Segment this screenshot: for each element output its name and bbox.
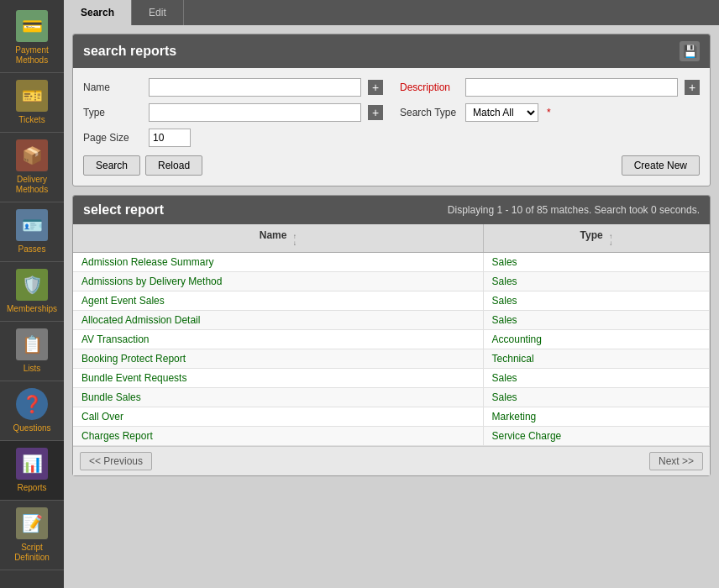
search-type-select[interactable]: Match All Match Any xyxy=(465,103,538,122)
next-button[interactable]: Next >> xyxy=(649,452,703,470)
report-type-link[interactable]: Sales xyxy=(492,372,517,384)
search-reports-panel: search reports 💾 Name + Type xyxy=(72,34,711,186)
sidebar-item-lists[interactable]: Lists xyxy=(0,322,64,381)
sidebar-item-script-definition[interactable]: ScriptDefinition xyxy=(0,501,64,570)
cell-name[interactable]: Allocated Admission Detail xyxy=(73,311,483,330)
description-plus-button[interactable]: + xyxy=(685,80,700,95)
sidebar-item-payment-methods[interactable]: Payment Methods xyxy=(0,3,64,73)
sidebar-label-delivery-methods: DeliveryMethods xyxy=(16,175,48,195)
cell-name[interactable]: Bundle Event Requests xyxy=(73,369,483,388)
tickets-icon xyxy=(16,80,48,112)
name-sort-arrows[interactable]: ↑↓ xyxy=(293,234,297,247)
table-row: Bundle Event RequestsSales xyxy=(73,369,710,388)
right-form-col: Description + Search Type Match All Matc… xyxy=(400,78,700,147)
name-sort-desc[interactable]: ↓ xyxy=(293,240,297,247)
script-definition-icon xyxy=(16,507,48,539)
type-sort-desc[interactable]: ↓ xyxy=(609,240,612,247)
sidebar-label-tickets: Tickets xyxy=(18,115,45,125)
report-name-link[interactable]: Admissions by Delivery Method xyxy=(81,276,222,287)
report-type-link[interactable]: Accounting xyxy=(492,333,542,345)
form-buttons-row: Search Reload Create New xyxy=(83,155,700,176)
name-plus-button[interactable]: + xyxy=(368,80,383,95)
pagination: << Previous Next >> xyxy=(73,446,710,475)
left-form-col: Name + Type + Page Size xyxy=(83,78,383,147)
cell-type: Technical xyxy=(483,349,709,369)
table-row: Allocated Admission DetailSales xyxy=(73,311,710,330)
search-type-label: Search Type xyxy=(400,107,459,118)
tab-edit[interactable]: Edit xyxy=(132,0,184,25)
report-type-link[interactable]: Marketing xyxy=(492,411,537,423)
report-name-link[interactable]: Booking Protect Report xyxy=(81,353,186,365)
report-type-link[interactable]: Service Charge xyxy=(492,430,562,442)
report-name-link[interactable]: Admission Release Summary xyxy=(81,256,213,268)
table-row: Admission Release SummarySales xyxy=(73,253,710,272)
results-table: Name ↑↓ Type ↑↓ Admission Release Summar… xyxy=(73,224,710,446)
sidebar-label-memberships: Memberships xyxy=(7,304,57,314)
passes-icon xyxy=(16,209,48,241)
cell-name[interactable]: Charges Report xyxy=(73,427,483,446)
cell-name[interactable]: Admission Release Summary xyxy=(73,253,483,272)
cell-type: Accounting xyxy=(483,330,709,349)
report-name-link[interactable]: Agent Event Sales xyxy=(81,295,165,307)
table-row: AV TransactionAccounting xyxy=(73,330,710,349)
report-name-link[interactable]: Allocated Admission Detail xyxy=(81,314,200,326)
name-row: Name + xyxy=(83,78,383,97)
sidebar-label-questions: Questions xyxy=(13,423,50,433)
report-type-link[interactable]: Sales xyxy=(492,276,517,287)
report-name-link[interactable]: Charges Report xyxy=(81,430,153,442)
cell-type: Marketing xyxy=(483,407,709,427)
type-row: Type + xyxy=(83,103,383,122)
page-size-input[interactable] xyxy=(149,129,191,147)
sidebar-label-payment-methods: Payment Methods xyxy=(3,45,60,66)
report-type-link[interactable]: Sales xyxy=(492,391,517,403)
create-new-button[interactable]: Create New xyxy=(622,155,700,176)
reload-button[interactable]: Reload xyxy=(145,155,202,176)
description-input[interactable] xyxy=(465,78,678,97)
panel-save-icon[interactable]: 💾 xyxy=(680,41,700,61)
report-type-link[interactable]: Sales xyxy=(492,256,517,268)
page-size-row: Page Size xyxy=(83,129,383,147)
required-star: * xyxy=(547,107,551,118)
table-header-row: Name ↑↓ Type ↑↓ xyxy=(73,224,710,253)
cell-name[interactable]: Admissions by Delivery Method xyxy=(73,272,483,291)
report-type-link[interactable]: Sales xyxy=(492,295,517,307)
tab-search[interactable]: Search xyxy=(64,0,132,25)
type-input[interactable] xyxy=(149,103,361,122)
sidebar-item-tickets[interactable]: Tickets xyxy=(0,73,64,133)
report-type-link[interactable]: Sales xyxy=(492,314,517,326)
description-label: Description xyxy=(400,81,459,93)
report-name-link[interactable]: Call Over xyxy=(81,411,123,423)
cell-type: Sales xyxy=(483,369,709,388)
sidebar-item-passes[interactable]: Passes xyxy=(0,202,64,262)
table-row: Admissions by Delivery MethodSales xyxy=(73,272,710,291)
results-panel: select report Displaying 1 - 10 of 85 ma… xyxy=(72,195,711,476)
sidebar-item-memberships[interactable]: Memberships xyxy=(0,262,64,322)
search-button[interactable]: Search xyxy=(83,155,140,176)
name-input[interactable] xyxy=(149,78,361,97)
sidebar: Payment Methods Tickets DeliveryMethods … xyxy=(0,0,64,588)
cell-name[interactable]: Call Over xyxy=(73,407,483,427)
questions-icon xyxy=(16,388,48,420)
sidebar-item-questions[interactable]: Questions xyxy=(0,381,64,441)
search-reports-title: search reports xyxy=(83,44,176,59)
cell-name[interactable]: Booking Protect Report xyxy=(73,349,483,369)
report-name-link[interactable]: Bundle Sales xyxy=(81,391,141,403)
report-name-link[interactable]: Bundle Event Requests xyxy=(81,372,186,384)
cell-name[interactable]: AV Transaction xyxy=(73,330,483,349)
name-label: Name xyxy=(83,81,142,93)
previous-button[interactable]: << Previous xyxy=(80,452,152,470)
sidebar-label-reports: Reports xyxy=(17,483,46,493)
type-plus-button[interactable]: + xyxy=(368,105,383,120)
sidebar-item-reports[interactable]: Reports xyxy=(0,441,64,501)
payment-methods-icon xyxy=(16,10,48,42)
cell-name[interactable]: Agent Event Sales xyxy=(73,291,483,311)
cell-name[interactable]: Bundle Sales xyxy=(73,388,483,407)
report-type-link[interactable]: Technical xyxy=(492,353,534,365)
search-form-grid: Name + Type + Page Size xyxy=(83,78,700,147)
table-row: Charges ReportService Charge xyxy=(73,427,710,446)
sidebar-item-delivery-methods[interactable]: DeliveryMethods xyxy=(0,133,64,202)
type-sort-arrows[interactable]: ↑↓ xyxy=(609,234,612,247)
table-row: Agent Event SalesSales xyxy=(73,291,710,311)
content-area: search reports 💾 Name + Type xyxy=(64,25,719,588)
report-name-link[interactable]: AV Transaction xyxy=(81,333,149,345)
